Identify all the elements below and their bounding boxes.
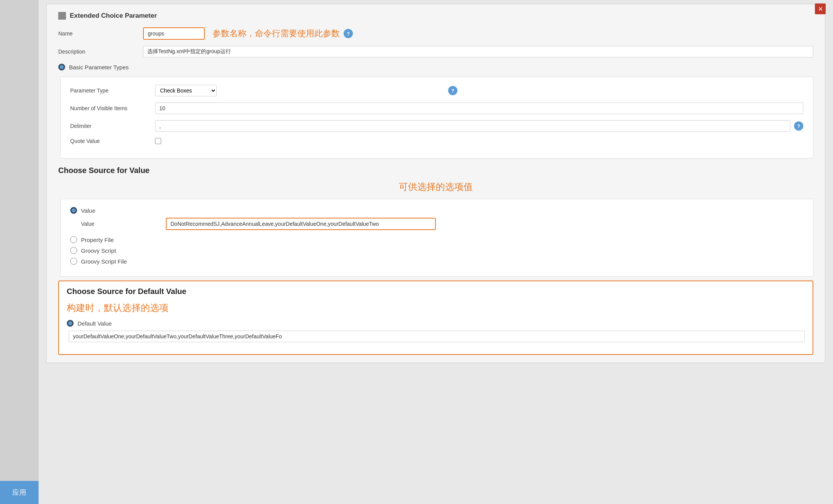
- name-row: Name 参数名称，命令行需要使用此参数 ?: [58, 27, 813, 40]
- delimiter-help-icon[interactable]: ?: [794, 121, 803, 131]
- close-button[interactable]: ✕: [815, 3, 826, 14]
- visible-items-row: Number of Visible Items: [70, 102, 803, 114]
- quote-value-checkbox[interactable]: [155, 138, 161, 144]
- default-value-input-row: [69, 331, 805, 342]
- value-input-label: Value: [81, 221, 166, 227]
- param-type-label: Parameter Type: [70, 87, 155, 94]
- basic-param-radio[interactable]: [58, 64, 65, 71]
- property-file-label: Property File: [81, 237, 114, 243]
- name-input[interactable]: [143, 27, 205, 40]
- param-type-row: Parameter Type Check Boxes ?: [70, 85, 803, 96]
- basic-param-section: Basic Parameter Types Parameter Type Che…: [58, 64, 813, 158]
- description-input[interactable]: [143, 46, 813, 57]
- groovy-script-file-radio[interactable]: [70, 258, 77, 265]
- default-value-radio-label: Default Value: [78, 320, 112, 327]
- default-annotation-area: 构建时，默认选择的选项: [67, 302, 805, 314]
- default-value-radio-row: Default Value: [67, 320, 805, 327]
- delimiter-label: Delimiter: [70, 123, 155, 129]
- quote-value-label: Quote Value: [70, 138, 155, 144]
- value-radio-row: Value: [70, 207, 803, 214]
- visible-items-label: Number of Visible Items: [70, 105, 155, 111]
- default-annotation: 构建时，默认选择的选项: [67, 302, 169, 314]
- page-wrapper: 应用 ✕ Extended Choice Parameter Name 参数名称…: [0, 0, 833, 504]
- main-panel: ✕ Extended Choice Parameter Name 参数名称，命令…: [46, 4, 825, 363]
- default-value-input[interactable]: [69, 331, 805, 342]
- basic-param-header: Basic Parameter Types: [58, 64, 813, 71]
- value-annotation-area: 可供选择的选项值: [58, 181, 813, 193]
- apply-button[interactable]: 应用: [0, 481, 39, 504]
- name-annotation: 参数名称，命令行需要使用此参数: [212, 28, 340, 39]
- description-row: Description: [58, 46, 813, 57]
- description-label: Description: [58, 49, 143, 55]
- delimiter-input[interactable]: [155, 120, 790, 132]
- property-file-radio[interactable]: [70, 236, 77, 243]
- panel-header: Extended Choice Parameter: [58, 12, 813, 20]
- value-section-title: Choose Source for Value: [58, 166, 813, 175]
- basic-param-label: Basic Parameter Types: [69, 64, 129, 71]
- param-type-help-icon[interactable]: ?: [448, 86, 457, 95]
- value-input[interactable]: [166, 218, 436, 230]
- property-file-row: Property File: [70, 236, 803, 243]
- left-sidebar: 应用: [0, 0, 39, 504]
- quote-value-row: Quote Value: [70, 138, 803, 144]
- default-section-title: Choose Source for Default Value: [67, 287, 805, 296]
- name-label: Name: [58, 30, 143, 37]
- value-radio[interactable]: [70, 207, 77, 214]
- panel-title: Extended Choice Parameter: [70, 12, 157, 20]
- main-content: ✕ Extended Choice Parameter Name 参数名称，命令…: [39, 0, 833, 504]
- default-section: Choose Source for Default Value 构建时，默认选择…: [58, 281, 813, 355]
- groovy-script-file-row: Groovy Script File: [70, 258, 803, 265]
- delimiter-row: Delimiter ?: [70, 120, 803, 132]
- value-input-row: Value: [81, 218, 803, 230]
- groovy-script-radio[interactable]: [70, 247, 77, 254]
- groovy-script-label: Groovy Script: [81, 247, 116, 254]
- value-annotation: 可供选择的选项值: [399, 181, 473, 192]
- visible-items-input[interactable]: [155, 102, 803, 114]
- panel-icon: [58, 12, 66, 20]
- default-value-radio[interactable]: [67, 320, 74, 327]
- value-radio-label: Value: [81, 207, 95, 214]
- param-type-select[interactable]: Check Boxes: [155, 85, 217, 96]
- groovy-script-row: Groovy Script: [70, 247, 803, 254]
- value-section: Choose Source for Value 可供选择的选项值 Value V…: [58, 166, 813, 277]
- name-help-icon[interactable]: ?: [344, 29, 353, 38]
- groovy-script-file-label: Groovy Script File: [81, 258, 127, 265]
